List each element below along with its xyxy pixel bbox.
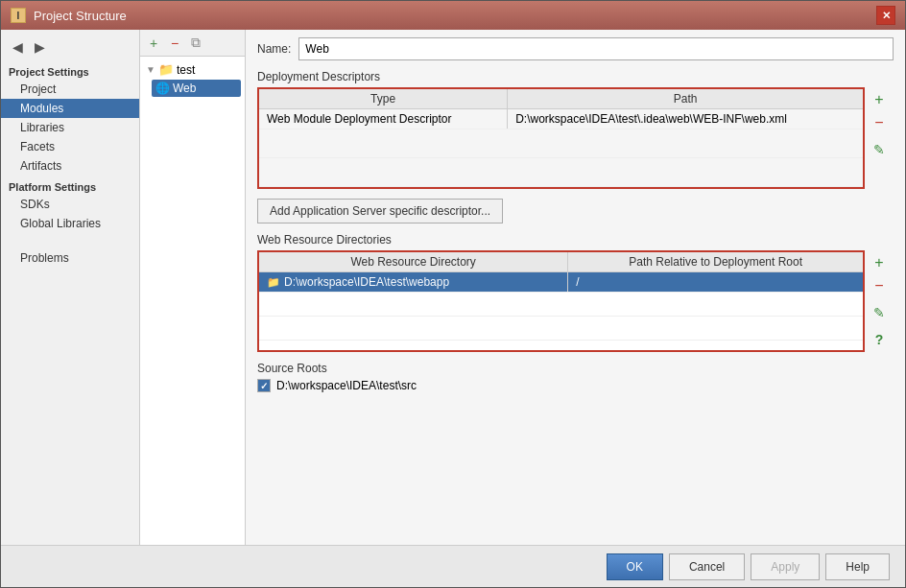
bottom-bar: OK Cancel Apply Help xyxy=(1,545,905,587)
source-item: ✓ D:\workspace\IDEA\test\src xyxy=(257,379,894,392)
dd-action-buttons: + − ✎ xyxy=(865,87,894,189)
apply-button[interactable]: Apply xyxy=(751,553,820,580)
close-button[interactable]: ✕ xyxy=(876,6,895,25)
platform-settings-section-title: Platform Settings xyxy=(1,176,139,195)
wr-path-cell: / xyxy=(568,272,863,293)
deployment-descriptors-section: Deployment Descriptors Type Path xyxy=(257,70,894,189)
dd-row[interactable]: Web Module Deployment Descriptor D:\work… xyxy=(259,109,863,129)
deployment-descriptors-area: Type Path Web Module Deployment Descript… xyxy=(257,87,894,189)
sidebar-item-global-libraries[interactable]: Global Libraries xyxy=(1,214,139,233)
nav-buttons: ◀ ▶ xyxy=(1,34,139,60)
source-roots-label: Source Roots xyxy=(257,362,894,375)
help-button[interactable]: Help xyxy=(825,553,890,580)
main-content: ◀ ▶ Project Settings Project Modules Lib… xyxy=(1,30,905,545)
wr-dir-header: Web Resource Directory xyxy=(259,252,568,272)
dd-type-cell: Web Module Deployment Descriptor xyxy=(259,109,508,129)
tree-add-button[interactable]: + xyxy=(144,34,163,53)
dd-remove-button[interactable]: − xyxy=(869,112,890,133)
tree-root-node[interactable]: ▼ 📁 test xyxy=(144,60,241,79)
dd-edit-button[interactable]: ✎ xyxy=(869,139,890,160)
project-settings-section-title: Project Settings xyxy=(1,60,139,80)
web-resource-table-outer: Web Resource Directory Path Relative to … xyxy=(257,250,894,352)
source-path: D:\workspace\IDEA\test\src xyxy=(276,379,417,392)
tree-content: ▼ 📁 test 🌐 Web xyxy=(140,57,245,545)
folder-icon: 📁 xyxy=(158,62,174,77)
check-icon: ✓ xyxy=(260,381,268,391)
wr-action-buttons: + − ✎ ? xyxy=(865,250,894,352)
dialog-title: Project Structure xyxy=(34,9,127,23)
name-row: Name: xyxy=(257,37,894,60)
wr-dir-cell: 📁D:\workspace\IDEA\test\webapp xyxy=(259,272,568,293)
sidebar-item-modules[interactable]: Modules xyxy=(1,99,139,118)
dd-path-header: Path xyxy=(508,89,863,109)
sidebar: ◀ ▶ Project Settings Project Modules Lib… xyxy=(1,30,140,545)
sidebar-item-artifacts[interactable]: Artifacts xyxy=(1,156,139,176)
add-descriptor-row: Add Application Server specific descript… xyxy=(257,199,894,223)
deployment-descriptors-table-wrapper: Type Path Web Module Deployment Descript… xyxy=(257,87,865,189)
title-bar-left: I Project Structure xyxy=(11,8,127,23)
wr-remove-button[interactable]: − xyxy=(869,275,890,296)
dd-add-button[interactable]: + xyxy=(869,89,890,110)
tree-copy-button[interactable]: ⧉ xyxy=(186,34,205,53)
wr-edit-button[interactable]: ✎ xyxy=(869,302,890,323)
ok-button[interactable]: OK xyxy=(607,553,663,580)
deployment-descriptors-label: Deployment Descriptors xyxy=(257,70,894,83)
add-descriptor-button[interactable]: Add Application Server specific descript… xyxy=(257,199,503,223)
sidebar-item-sdks[interactable]: SDKs xyxy=(1,195,139,214)
name-label: Name: xyxy=(257,42,291,56)
cancel-button[interactable]: Cancel xyxy=(669,553,745,580)
wr-add-button[interactable]: + xyxy=(869,252,890,273)
title-bar: I Project Structure ✕ xyxy=(1,1,905,30)
wr-row[interactable]: 📁D:\workspace\IDEA\test\webapp / xyxy=(259,272,863,293)
web-module-icon: 🌐 xyxy=(155,82,170,95)
tree-panel: + − ⧉ ▼ 📁 test 🌐 Web xyxy=(140,30,246,545)
sidebar-item-facets[interactable]: Facets xyxy=(1,137,139,156)
dd-path-cell: D:\workspace\IDEA\test\.idea\web\WEB-INF… xyxy=(508,109,863,129)
source-roots-section: Source Roots ✓ D:\workspace\IDEA\test\sr… xyxy=(257,362,894,392)
wr-path-header: Path Relative to Deployment Root xyxy=(568,252,863,272)
tree-child-node[interactable]: 🌐 Web xyxy=(152,80,241,97)
wr-help-button[interactable]: ? xyxy=(869,329,890,350)
name-input[interactable] xyxy=(298,37,894,60)
dd-type-header: Type xyxy=(259,89,508,109)
web-resource-section: Web Resource Directories Web Resource Di… xyxy=(257,233,894,352)
forward-button[interactable]: ▶ xyxy=(31,37,49,57)
web-resource-table-wrapper: Web Resource Directory Path Relative to … xyxy=(257,250,865,352)
app-icon: I xyxy=(11,8,26,23)
sidebar-item-project[interactable]: Project xyxy=(1,80,139,99)
source-checkbox[interactable]: ✓ xyxy=(257,379,271,392)
back-button[interactable]: ◀ xyxy=(9,37,27,57)
web-resource-label: Web Resource Directories xyxy=(257,233,894,247)
tree-toolbar: + − ⧉ xyxy=(140,30,245,57)
web-resource-table: Web Resource Directory Path Relative to … xyxy=(259,252,863,341)
sidebar-item-problems[interactable]: Problems xyxy=(1,248,139,268)
project-structure-dialog: I Project Structure ✕ ◀ ▶ Project Settin… xyxy=(0,0,906,588)
content-panel: Name: Deployment Descriptors Type Path xyxy=(246,30,905,545)
sidebar-item-libraries[interactable]: Libraries xyxy=(1,118,139,137)
deployment-descriptors-table: Type Path Web Module Deployment Descript… xyxy=(259,89,863,187)
tree-remove-button[interactable]: − xyxy=(165,34,184,53)
